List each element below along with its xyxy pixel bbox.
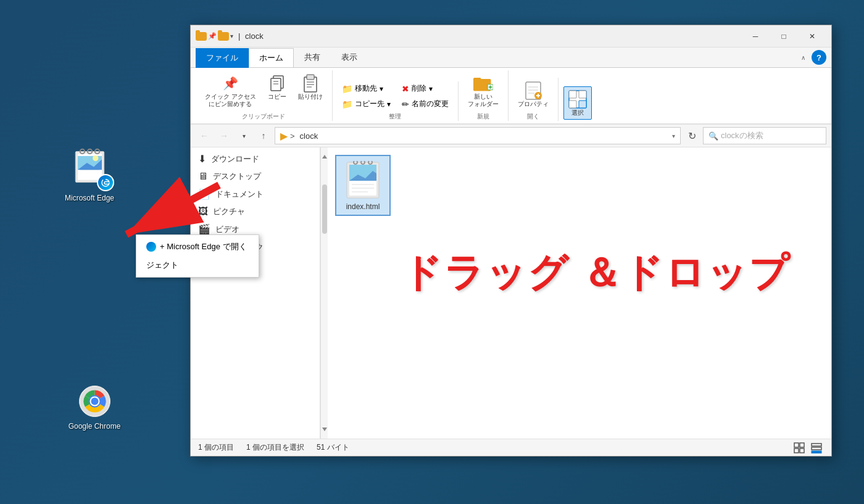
chrome-icon-label: Google Chrome bbox=[69, 422, 121, 431]
tab-view[interactable]: 表示 bbox=[331, 48, 368, 67]
copy-to-label: コピー先 bbox=[355, 99, 384, 109]
ribbon-collapse-button[interactable]: ∧ bbox=[797, 51, 809, 64]
search-bar[interactable]: 🔍 clockの検索 bbox=[703, 127, 826, 144]
paste-button[interactable]: 貼り付け bbox=[294, 70, 327, 104]
svg-rect-20 bbox=[271, 78, 281, 91]
title-bar: 📌 ▾ | clock ─ □ ✕ bbox=[191, 25, 831, 48]
svg-rect-61 bbox=[812, 451, 821, 453]
new-folder-icon bbox=[473, 73, 493, 93]
copy-svg bbox=[268, 73, 286, 93]
file-area: index.html ドラッグ ＆ドロップ bbox=[328, 147, 831, 439]
context-menu-project[interactable]: ジェクト bbox=[136, 256, 259, 275]
context-menu: + Microsoft Edge で開く ジェクト bbox=[136, 234, 259, 278]
svg-marker-43 bbox=[322, 155, 327, 159]
pin-icon: 📌 bbox=[220, 73, 240, 93]
svg-point-11 bbox=[93, 155, 98, 160]
sidebar-download-label: ダウンロード bbox=[211, 154, 259, 165]
properties-label: プロパティ bbox=[518, 101, 549, 108]
title-folder-icon bbox=[196, 32, 207, 41]
copy-to-dropdown-icon: ▾ bbox=[387, 100, 391, 109]
new-group: 新しいフォルダー 新規 bbox=[459, 70, 509, 121]
tab-home[interactable]: ホーム bbox=[249, 48, 294, 68]
move-copy-stack: 📁 移動先 ▾ 📁 コピー先 ▾ bbox=[338, 81, 395, 111]
title-bar-title: | clock bbox=[238, 31, 741, 41]
move-button[interactable]: 📁 移動先 ▾ bbox=[338, 81, 395, 96]
select-button[interactable]: 選択 bbox=[563, 86, 592, 120]
search-icon: 🔍 bbox=[708, 131, 718, 141]
title-dropdown-icon[interactable]: ▾ bbox=[230, 33, 233, 39]
copy-to-button[interactable]: 📁 コピー先 ▾ bbox=[338, 97, 395, 111]
paste-icon bbox=[301, 73, 320, 93]
help-button[interactable]: ? bbox=[812, 50, 826, 65]
search-placeholder: clockの検索 bbox=[721, 130, 763, 141]
delete-button[interactable]: ✖ 削除 ▾ bbox=[397, 81, 453, 96]
back-button[interactable]: ← bbox=[196, 127, 213, 144]
desktop: Microsoft Edge bbox=[0, 0, 864, 504]
scroll-thumb[interactable] bbox=[322, 184, 327, 234]
main-area: ⬇ ダウンロード 🖥 デスクトップ 📄 ドキュメント 🖼 ピクチャ bbox=[191, 147, 831, 439]
copy-icon bbox=[267, 73, 287, 93]
close-button[interactable]: ✕ bbox=[798, 27, 826, 46]
forward-button[interactable]: → bbox=[215, 127, 233, 144]
chrome-svg-icon bbox=[78, 384, 112, 418]
maximize-button[interactable]: □ bbox=[770, 27, 798, 46]
status-items-count: 1 個の項目 bbox=[198, 442, 234, 453]
grid-view-button[interactable] bbox=[792, 442, 807, 454]
address-folder-icon: ▶ bbox=[280, 130, 288, 142]
organize-buttons: 📁 移動先 ▾ 📁 コピー先 ▾ ✖ 削除 bbox=[338, 81, 453, 111]
svg-rect-39 bbox=[569, 91, 576, 98]
context-menu-open-edge[interactable]: + Microsoft Edge で開く bbox=[136, 238, 259, 256]
title-bar-controls: ─ □ ✕ bbox=[741, 27, 826, 46]
sidebar-scrollbar[interactable] bbox=[320, 147, 328, 439]
select-group: 選択 bbox=[559, 86, 597, 121]
organize-group: 📁 移動先 ▾ 📁 コピー先 ▾ ✖ 削除 bbox=[333, 81, 459, 121]
google-chrome-desktop-icon[interactable]: Google Chrome bbox=[67, 382, 122, 431]
html-file-svg bbox=[346, 161, 380, 199]
svg-rect-60 bbox=[812, 447, 821, 450]
svg-rect-29 bbox=[473, 78, 481, 81]
dropdown-nav-button[interactable]: ▾ bbox=[235, 127, 252, 144]
new-folder-button[interactable]: 新しいフォルダー bbox=[463, 70, 503, 111]
ribbon-tabs: ファイル ホーム 共有 表示 ∧ ? bbox=[191, 48, 831, 68]
sidebar-item-download[interactable]: ⬇ ダウンロード bbox=[191, 150, 320, 168]
tab-share[interactable]: 共有 bbox=[294, 48, 331, 67]
file-index-html[interactable]: index.html bbox=[335, 155, 391, 216]
svg-rect-56 bbox=[800, 443, 804, 447]
svg-rect-24 bbox=[307, 75, 314, 80]
properties-svg bbox=[523, 81, 543, 101]
title-folder2-icon bbox=[218, 32, 229, 41]
pin-label: クイック アクセスにピン留めする bbox=[205, 93, 256, 108]
scroll-up-arrow[interactable] bbox=[322, 152, 327, 161]
minimize-button[interactable]: ─ bbox=[741, 27, 770, 46]
address-dropdown-icon[interactable]: ▾ bbox=[672, 133, 675, 139]
up-button[interactable]: ↑ bbox=[255, 127, 272, 144]
tab-file-label: ファイル bbox=[206, 53, 238, 62]
pin-button[interactable]: 📌 クイック アクセスにピン留めする bbox=[201, 70, 260, 111]
title-bar-quick-icons: 📌 ▾ bbox=[196, 32, 233, 41]
window-title-text: clock bbox=[245, 31, 264, 41]
address-bar[interactable]: ▶ > clock ▾ bbox=[275, 127, 681, 144]
status-selected: 1 個の項目を選択 bbox=[246, 442, 304, 453]
properties-button[interactable]: プロパティ bbox=[513, 78, 553, 111]
tab-share-label: 共有 bbox=[304, 52, 320, 62]
refresh-button[interactable]: ↻ bbox=[683, 127, 700, 144]
ribbon-content: 📌 クイック アクセスにピン留めする コピー bbox=[191, 68, 831, 125]
edge-icon-label: Microsoft Edge bbox=[65, 194, 114, 202]
tab-view-label: 表示 bbox=[341, 52, 357, 62]
grid-view-svg bbox=[794, 442, 805, 453]
copy-to-icon: 📁 bbox=[342, 99, 352, 109]
svg-rect-41 bbox=[569, 101, 576, 108]
copy-button[interactable]: コピー bbox=[263, 70, 291, 104]
svg-line-18 bbox=[127, 185, 219, 234]
address-folder-text: clock bbox=[300, 131, 318, 141]
download-icon: ⬇ bbox=[198, 153, 206, 165]
svg-rect-57 bbox=[794, 448, 799, 453]
svg-rect-40 bbox=[579, 91, 586, 98]
rename-label: 名前の変更 bbox=[412, 99, 449, 109]
scroll-down-arrow[interactable] bbox=[322, 425, 327, 434]
list-view-button[interactable] bbox=[809, 442, 824, 454]
delete-icon: ✖ bbox=[402, 84, 409, 94]
tab-file[interactable]: ファイル bbox=[196, 48, 249, 68]
rename-button[interactable]: ✏ 名前の変更 bbox=[397, 97, 453, 111]
edge-menu-icon bbox=[146, 242, 156, 252]
